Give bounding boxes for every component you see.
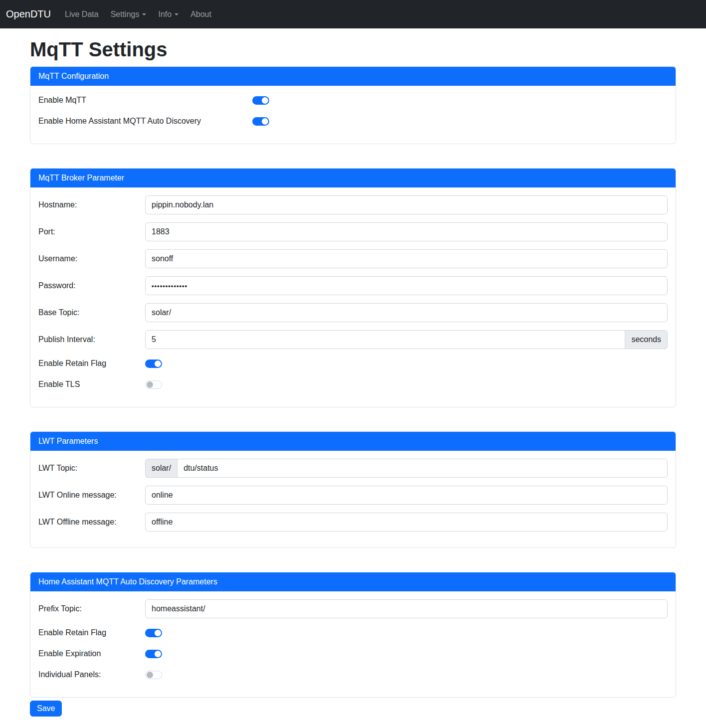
toggle-knob [262, 97, 268, 104]
brand-opendtu[interactable]: OpenDTU [6, 6, 51, 22]
password-label: Password: [38, 281, 145, 290]
enable-mqtt-label: Enable MqTT [38, 96, 252, 105]
publish-interval-field[interactable] [145, 330, 625, 349]
toggle-knob [155, 630, 161, 636]
ha-expiration-label: Enable Expiration [38, 649, 145, 658]
ha-retain-label: Enable Retain Flag [38, 628, 145, 637]
ha-retain-row: Enable Retain Flag [38, 626, 668, 639]
nav-about[interactable]: About [186, 6, 215, 23]
prefix-topic-row: Prefix Topic: [38, 599, 668, 618]
broker-retain-label: Enable Retain Flag [38, 359, 145, 368]
mqtt-configuration-card: MqTT Configuration Enable MqTT Enable Ho… [30, 66, 676, 144]
prefix-topic-field[interactable] [145, 599, 668, 618]
prefix-topic-label: Prefix Topic: [38, 604, 145, 613]
enable-ha-discovery-toggle[interactable] [252, 117, 269, 126]
lwt-topic-prefix: solar/ [145, 459, 177, 478]
save-button[interactable]: Save [30, 701, 62, 717]
publish-interval-unit: seconds [625, 330, 668, 349]
ha-discovery-card: Home Assistant MQTT Auto Discovery Param… [30, 572, 676, 698]
username-label: Username: [38, 254, 145, 263]
toggle-knob [147, 672, 153, 678]
lwt-offline-row: LWT Offline message: [38, 513, 668, 532]
base-topic-field[interactable] [145, 303, 668, 322]
password-field[interactable] [145, 276, 668, 295]
mqtt-broker-header: MqTT Broker Parameter [30, 169, 676, 187]
enable-ha-discovery-row: Enable Home Assistant MQTT Auto Discover… [38, 115, 668, 128]
ha-discovery-header: Home Assistant MQTT Auto Discovery Param… [30, 572, 676, 591]
enable-mqtt-row: Enable MqTT [38, 94, 668, 107]
enable-ha-discovery-label: Enable Home Assistant MQTT Auto Discover… [38, 117, 252, 126]
enable-mqtt-toggle[interactable] [252, 96, 269, 105]
ha-expiration-toggle[interactable] [145, 650, 162, 658]
top-navbar: OpenDTU Live Data Settings Info About [0, 0, 706, 28]
lwt-topic-field[interactable] [177, 459, 668, 478]
hostname-row: Hostname: [38, 195, 668, 214]
individual-panels-row: Individual Panels: [38, 668, 668, 681]
nav-info[interactable]: Info [154, 6, 182, 23]
username-row: Username: [38, 249, 668, 268]
publish-interval-label: Publish Interval: [38, 335, 145, 344]
toggle-knob [155, 651, 161, 657]
mqtt-configuration-header: MqTT Configuration [30, 67, 676, 86]
page-title: MqTT Settings [30, 37, 676, 61]
port-label: Port: [38, 227, 145, 236]
nav-about-label: About [190, 10, 211, 19]
base-topic-label: Base Topic: [38, 308, 145, 317]
toggle-knob [155, 361, 161, 367]
ha-expiration-row: Enable Expiration [38, 647, 668, 660]
port-field[interactable] [145, 222, 668, 241]
nav-live-data[interactable]: Live Data [61, 6, 103, 23]
chevron-down-icon [175, 13, 178, 15]
chevron-down-icon [142, 13, 146, 15]
hostname-field[interactable] [145, 195, 668, 214]
individual-panels-toggle[interactable] [145, 671, 162, 679]
lwt-offline-label: LWT Offline message: [38, 518, 145, 527]
lwt-online-field[interactable] [145, 486, 668, 505]
toggle-knob [262, 118, 268, 125]
username-field[interactable] [145, 249, 668, 268]
lwt-parameters-card: LWT Parameters LWT Topic: solar/ LWT Onl… [30, 431, 676, 548]
password-row: Password: [38, 276, 668, 295]
mqtt-broker-card: MqTT Broker Parameter Hostname: Port: Us… [30, 168, 676, 407]
nav-settings[interactable]: Settings [107, 6, 151, 23]
lwt-topic-label: LWT Topic: [38, 464, 145, 473]
base-topic-row: Base Topic: [38, 303, 668, 322]
ha-retain-toggle[interactable] [145, 629, 162, 637]
broker-retain-toggle[interactable] [145, 360, 162, 368]
hostname-label: Hostname: [38, 200, 145, 209]
lwt-parameters-header: LWT Parameters [30, 432, 676, 451]
nav-live-data-label: Live Data [65, 10, 99, 19]
enable-tls-toggle[interactable] [145, 380, 162, 389]
nav-info-label: Info [158, 10, 172, 19]
toggle-knob [147, 381, 153, 388]
lwt-offline-field[interactable] [145, 513, 668, 532]
enable-tls-label: Enable TLS [38, 380, 145, 389]
individual-panels-label: Individual Panels: [38, 670, 145, 679]
broker-retain-row: Enable Retain Flag [38, 357, 668, 370]
lwt-topic-row: LWT Topic: solar/ [38, 459, 668, 478]
port-row: Port: [38, 222, 668, 241]
enable-tls-row: Enable TLS [38, 378, 668, 391]
lwt-online-label: LWT Online message: [38, 491, 145, 500]
lwt-online-row: LWT Online message: [38, 486, 668, 505]
publish-interval-row: Publish Interval: seconds [38, 330, 668, 349]
nav-settings-label: Settings [111, 10, 140, 19]
